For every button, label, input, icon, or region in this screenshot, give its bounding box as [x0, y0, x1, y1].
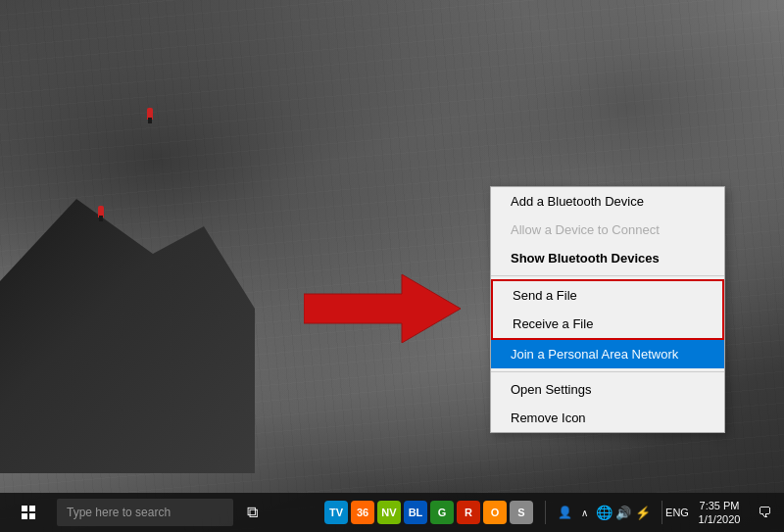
menu-separator-1	[491, 275, 724, 276]
system-clock[interactable]: 7:35 PM 1/1/2020	[690, 499, 749, 527]
app-icon-red[interactable]: R	[457, 501, 480, 524]
task-view-button[interactable]: ⧉	[237, 493, 267, 532]
tray-divider	[545, 501, 546, 524]
climber-1	[147, 108, 153, 120]
bluetooth-context-menu: Add a Bluetooth Device Allow a Device to…	[490, 186, 725, 433]
chevron-up-icon[interactable]: ∧	[575, 504, 593, 521]
app-icon-360[interactable]: 36	[351, 501, 374, 524]
right-arrow-icon	[304, 274, 461, 343]
windows-logo-icon	[22, 506, 35, 519]
app-icon-nvidia[interactable]: NV	[377, 501, 401, 524]
notification-center-button[interactable]: 🗨	[753, 501, 776, 524]
taskbar-app-icons: TV 36 NV BL G R O S	[318, 497, 539, 528]
menu-item-open-settings[interactable]: Open Settings	[491, 375, 724, 404]
menu-item-join-network[interactable]: Join a Personal Area Network	[491, 340, 724, 368]
people-icon[interactable]: 👤	[556, 504, 573, 521]
menu-group-file-transfer: Send a File Receive a File	[491, 279, 724, 340]
app-icon-teamviewer[interactable]: TV	[324, 501, 348, 524]
taskbar: Type here to search ⧉ TV 36 NV BL G R O …	[0, 493, 784, 532]
system-tray: 👤 ∧ 🌐 🔊 ⚡	[552, 504, 656, 521]
volume-icon[interactable]: 🔊	[614, 504, 632, 521]
desktop: Add a Bluetooth Device Allow a Device to…	[0, 0, 784, 532]
taskbar-right: TV 36 NV BL G R O S 👤 ∧ 🌐 🔊 ⚡ ENG	[318, 493, 784, 532]
app-icon-green[interactable]: G	[430, 501, 454, 524]
menu-item-show-devices[interactable]: Show Bluetooth Devices	[491, 244, 724, 272]
app-icon-gray[interactable]: S	[510, 501, 533, 524]
clock-time: 7:35 PM	[700, 499, 740, 512]
start-button[interactable]	[4, 493, 53, 532]
climber-2	[98, 206, 104, 218]
battery-icon[interactable]: ⚡	[634, 504, 652, 521]
app-icon-orange[interactable]: O	[483, 501, 507, 524]
menu-item-send-file[interactable]: Send a File	[493, 281, 722, 310]
menu-item-remove-icon[interactable]: Remove Icon	[491, 404, 724, 432]
arrow-indicator	[304, 274, 461, 343]
menu-item-allow-connect: Allow a Device to Connect	[491, 216, 724, 244]
language-indicator[interactable]: ENG	[668, 504, 686, 521]
notification-icon: 🗨	[758, 505, 771, 520]
app-icon-blue[interactable]: BL	[404, 501, 427, 524]
network-icon[interactable]: 🌐	[595, 504, 612, 521]
menu-item-receive-file[interactable]: Receive a File	[493, 310, 722, 338]
menu-separator-2	[491, 371, 724, 372]
search-placeholder: Type here to search	[67, 506, 171, 519]
taskbar-search[interactable]: Type here to search	[57, 499, 233, 526]
svg-marker-0	[304, 274, 461, 343]
menu-item-add-bluetooth[interactable]: Add a Bluetooth Device	[491, 187, 724, 216]
clock-date: 1/1/2020	[699, 512, 741, 526]
clock-divider	[662, 501, 662, 524]
task-view-icon: ⧉	[247, 504, 258, 521]
taskbar-left: Type here to search ⧉	[0, 493, 267, 532]
